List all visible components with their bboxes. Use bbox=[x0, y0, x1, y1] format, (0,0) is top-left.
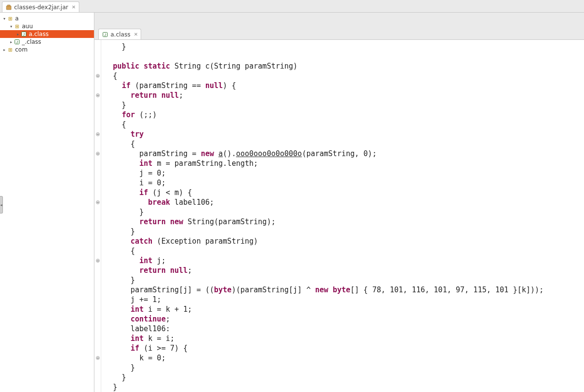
tree-node-a[interactable]: ▾ ⊞ a bbox=[0, 15, 94, 22]
fold-marker bbox=[94, 275, 101, 285]
main-area: ▾ ⊞ a ▾ ⊞ auu ▸ J a.class ▸ J _.class bbox=[0, 13, 584, 392]
left-drawer-handle[interactable]: ◂ bbox=[0, 196, 3, 214]
tree-node-a-class[interactable]: ▸ J a.class bbox=[0, 30, 94, 38]
fold-marker bbox=[94, 139, 101, 149]
fold-marker bbox=[94, 52, 101, 61]
tree-node-com[interactable]: ▸ ⊞ com bbox=[0, 46, 94, 53]
package-icon: ⊞ bbox=[7, 46, 14, 53]
tree-label: a.class bbox=[29, 31, 49, 37]
fold-gutter[interactable] bbox=[94, 40, 101, 392]
expander-icon[interactable]: ▸ bbox=[2, 48, 7, 52]
fold-marker bbox=[94, 168, 101, 178]
jar-icon bbox=[5, 4, 12, 11]
fold-marker bbox=[94, 42, 101, 52]
tree-label: com bbox=[15, 46, 28, 53]
tree-node-underscore-class[interactable]: ▸ J _.class bbox=[0, 38, 94, 46]
fold-marker bbox=[94, 285, 101, 295]
fold-marker bbox=[94, 246, 101, 256]
tree-label: _.class bbox=[22, 38, 41, 45]
fold-marker bbox=[94, 363, 101, 373]
fold-marker bbox=[94, 382, 101, 392]
svg-text:J: J bbox=[23, 32, 25, 36]
fold-marker[interactable] bbox=[94, 129, 101, 139]
package-icon: ⊞ bbox=[7, 15, 14, 22]
fold-marker[interactable] bbox=[94, 197, 101, 207]
fold-marker bbox=[94, 373, 101, 382]
fold-marker bbox=[94, 217, 101, 227]
tree-label: a bbox=[15, 15, 18, 22]
expander-icon[interactable]: ▸ bbox=[9, 40, 14, 44]
fold-marker bbox=[94, 314, 101, 324]
class-icon: J bbox=[102, 31, 109, 38]
fold-marker[interactable] bbox=[94, 149, 101, 159]
fold-marker bbox=[94, 236, 101, 246]
svg-rect-1 bbox=[7, 5, 10, 6]
fold-marker[interactable] bbox=[94, 71, 101, 81]
fold-marker bbox=[94, 188, 101, 197]
expander-icon[interactable]: ▾ bbox=[2, 17, 7, 21]
tree-label: auu bbox=[22, 23, 33, 30]
top-tab-bar: classes-dex2jar.jar ✕ bbox=[0, 0, 584, 13]
tree-node-auu[interactable]: ▾ ⊞ auu bbox=[0, 22, 94, 30]
svg-text:J: J bbox=[104, 33, 106, 37]
fold-marker bbox=[94, 159, 101, 168]
editor-tab-bar: J a.class ✕ bbox=[94, 13, 584, 40]
fold-marker[interactable] bbox=[94, 256, 101, 266]
fold-marker bbox=[94, 178, 101, 188]
expander-icon[interactable]: ▸ bbox=[16, 32, 20, 36]
fold-marker bbox=[94, 343, 101, 353]
fold-marker bbox=[94, 110, 101, 120]
package-explorer[interactable]: ▾ ⊞ a ▾ ⊞ auu ▸ J a.class ▸ J _.class bbox=[0, 13, 94, 392]
fold-marker bbox=[94, 100, 101, 110]
svg-text:J: J bbox=[16, 40, 18, 44]
class-icon: J bbox=[14, 38, 20, 45]
fold-marker bbox=[94, 266, 101, 275]
editor-tab[interactable]: J a.class ✕ bbox=[98, 29, 141, 39]
fold-marker bbox=[94, 304, 101, 314]
top-tab[interactable]: classes-dex2jar.jar ✕ bbox=[2, 1, 79, 12]
fold-marker bbox=[94, 61, 101, 71]
fold-marker bbox=[94, 81, 101, 90]
editor-tab-label: a.class bbox=[110, 31, 130, 38]
fold-marker[interactable] bbox=[94, 353, 101, 363]
fold-marker[interactable] bbox=[94, 90, 101, 100]
fold-marker bbox=[94, 207, 101, 217]
expander-icon[interactable]: ▾ bbox=[9, 24, 14, 29]
close-icon[interactable]: ✕ bbox=[132, 32, 138, 37]
class-icon: J bbox=[20, 31, 27, 37]
editor: } public static String c(String paramStr… bbox=[94, 40, 584, 392]
fold-marker bbox=[94, 295, 101, 304]
fold-marker bbox=[94, 227, 101, 236]
editor-area: J a.class ✕ } public static String c(Str… bbox=[94, 13, 584, 392]
code-view[interactable]: } public static String c(String paramStr… bbox=[101, 40, 584, 392]
close-icon[interactable]: ✕ bbox=[70, 4, 75, 10]
top-tab-label: classes-dex2jar.jar bbox=[14, 4, 68, 11]
fold-marker bbox=[94, 334, 101, 343]
fold-marker bbox=[94, 120, 101, 129]
package-icon: ⊞ bbox=[14, 23, 20, 30]
fold-marker bbox=[94, 324, 101, 334]
